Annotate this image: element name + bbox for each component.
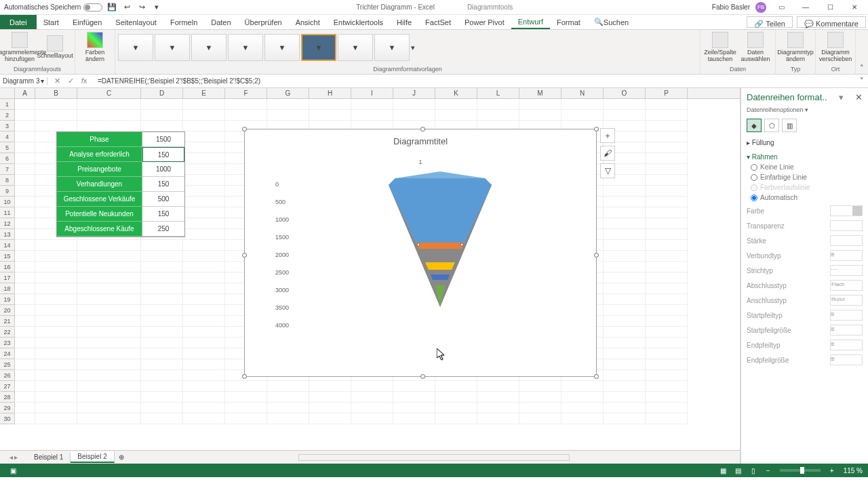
- radio-auto-line[interactable]: Automatisch: [747, 194, 863, 201]
- macro-record-icon[interactable]: ▣: [5, 467, 20, 474]
- fx-icon[interactable]: fx: [79, 77, 90, 85]
- enter-formula-icon[interactable]: ✓: [65, 77, 76, 85]
- pane-subtitle[interactable]: Datenreihenoptionen: [747, 106, 804, 113]
- row-header[interactable]: 8: [0, 175, 15, 186]
- effects-tab-icon[interactable]: ⬠: [764, 119, 779, 132]
- table-row-value[interactable]: 500: [142, 192, 184, 207]
- table-row-label[interactable]: Analyse erforderlich: [57, 147, 142, 162]
- zoom-out-icon[interactable]: −: [761, 467, 776, 474]
- share-button[interactable]: 🔗 Teilen: [747, 16, 793, 28]
- table-row-label[interactable]: Potentielle Neukunden: [57, 207, 142, 222]
- chart-style-4[interactable]: ▼: [228, 34, 263, 61]
- name-box[interactable]: Diagramm 3▾: [0, 77, 47, 85]
- row-header[interactable]: 23: [0, 338, 15, 348]
- tab-design[interactable]: Entwurf: [511, 15, 550, 29]
- select-data-button[interactable]: Daten auswählen: [738, 32, 772, 63]
- change-chart-type-button[interactable]: Diagrammtyp ändern: [778, 32, 812, 63]
- table-row-value[interactable]: 250: [142, 222, 184, 237]
- row-header[interactable]: 1: [0, 99, 15, 110]
- col-header[interactable]: I: [351, 88, 393, 98]
- chart-style-2[interactable]: ▼: [155, 34, 190, 61]
- col-header[interactable]: H: [309, 88, 351, 98]
- col-header[interactable]: F: [225, 88, 267, 98]
- user-avatar[interactable]: FB: [755, 2, 766, 13]
- chart-handle[interactable]: [594, 253, 599, 258]
- move-chart-button[interactable]: Diagramm verschieben: [818, 32, 852, 63]
- tab-review[interactable]: Überprüfen: [238, 15, 289, 29]
- tab-insert[interactable]: Einfügen: [66, 15, 108, 29]
- col-header[interactable]: J: [393, 88, 435, 98]
- chart-legend[interactable]: 1: [245, 159, 596, 165]
- fill-section[interactable]: ▸ Füllung: [747, 139, 863, 146]
- undo-icon[interactable]: ↩: [121, 2, 132, 13]
- sheet-tab-1[interactable]: Beispiel 1: [27, 452, 71, 462]
- row-header[interactable]: 21: [0, 316, 15, 327]
- radio-solid-line[interactable]: Einfarbige Linie: [747, 174, 863, 181]
- chart-handle[interactable]: [594, 127, 599, 131]
- table-row-label[interactable]: Preisangebote: [57, 162, 142, 177]
- close-pane-icon[interactable]: ✕: [855, 92, 863, 102]
- row-header[interactable]: 5: [0, 142, 15, 153]
- row-header[interactable]: 11: [0, 207, 15, 218]
- border-dash-dd[interactable]: ⋯: [830, 265, 863, 276]
- sheet-tab-2[interactable]: Beispiel 2: [71, 451, 114, 463]
- row-header[interactable]: 26: [0, 370, 15, 381]
- ribbon-mode-icon[interactable]: ▭: [772, 1, 791, 14]
- zoom-in-icon[interactable]: +: [825, 467, 840, 474]
- add-sheet-icon[interactable]: ⊕: [115, 453, 128, 461]
- row-header[interactable]: 22: [0, 327, 15, 338]
- chart-handle[interactable]: [242, 374, 247, 379]
- user-name[interactable]: Fabio Basler: [712, 3, 750, 11]
- save-icon[interactable]: 💾: [106, 2, 117, 13]
- row-header[interactable]: 16: [0, 262, 15, 272]
- chart-brush-icon[interactable]: 🖌: [600, 146, 615, 161]
- row-header[interactable]: 24: [0, 348, 15, 359]
- h-scrollbar[interactable]: [298, 454, 570, 461]
- view-pagelayout-icon[interactable]: ▤: [731, 467, 746, 474]
- tab-file[interactable]: Datei: [0, 15, 37, 29]
- row-header[interactable]: 13: [0, 229, 15, 240]
- col-header[interactable]: O: [604, 88, 646, 98]
- arrow-begin-size-dd[interactable]: ≡: [830, 325, 863, 336]
- chart-style-8[interactable]: ▼: [374, 34, 410, 61]
- col-header[interactable]: D: [141, 88, 183, 98]
- row-header[interactable]: 28: [0, 392, 15, 403]
- chart-handle[interactable]: [420, 374, 425, 379]
- table-header-label[interactable]: Phase: [57, 132, 142, 147]
- expand-formula-icon[interactable]: ˅: [856, 77, 868, 85]
- chart-object[interactable]: Diagrammtitel 1 050010001500200025003000…: [244, 129, 597, 377]
- radio-gradient-line[interactable]: Farbverlaufslinie: [747, 184, 863, 191]
- chart-handle[interactable]: [594, 374, 599, 379]
- tab-formulas[interactable]: Formeln: [163, 15, 204, 29]
- col-header[interactable]: C: [77, 88, 141, 98]
- switch-rowcol-button[interactable]: Zeile/Spalte tauschen: [703, 32, 737, 63]
- border-width-input[interactable]: [830, 235, 863, 246]
- col-header[interactable]: P: [646, 88, 688, 98]
- tab-help[interactable]: Hilfe: [390, 15, 418, 29]
- chart-filter-icon[interactable]: ▽: [600, 163, 615, 178]
- funnel-chart-icon[interactable]: [389, 171, 492, 307]
- row-header[interactable]: 12: [0, 218, 15, 229]
- zoom-level[interactable]: 115 %: [844, 467, 863, 474]
- table-row-label[interactable]: Abgeschlossene Käufe: [57, 222, 142, 237]
- row-header[interactable]: 9: [0, 186, 15, 197]
- chart-handle[interactable]: [420, 127, 425, 131]
- row-header[interactable]: 27: [0, 381, 15, 392]
- row-header[interactable]: 29: [0, 403, 15, 413]
- chart-handle[interactable]: [242, 127, 247, 131]
- row-header[interactable]: 18: [0, 283, 15, 294]
- chart-handle[interactable]: [242, 253, 247, 258]
- chart-style-7[interactable]: ▼: [338, 34, 373, 61]
- row-header[interactable]: 2: [0, 110, 15, 121]
- row-header[interactable]: 17: [0, 272, 15, 283]
- chart-styles-more[interactable]: ▾: [411, 43, 420, 52]
- tab-powerpivot[interactable]: Power Pivot: [458, 15, 511, 29]
- row-header[interactable]: 3: [0, 121, 15, 131]
- table-row-label[interactable]: Geschlossene Verkäufe: [57, 192, 142, 207]
- border-join-dd[interactable]: Rund: [830, 295, 863, 306]
- maximize-icon[interactable]: ☐: [821, 1, 840, 14]
- table-row-value[interactable]: 150: [142, 207, 184, 222]
- zoom-slider[interactable]: [780, 469, 821, 472]
- col-header[interactable]: G: [267, 88, 309, 98]
- radio-no-line[interactable]: Keine Linie: [747, 163, 863, 171]
